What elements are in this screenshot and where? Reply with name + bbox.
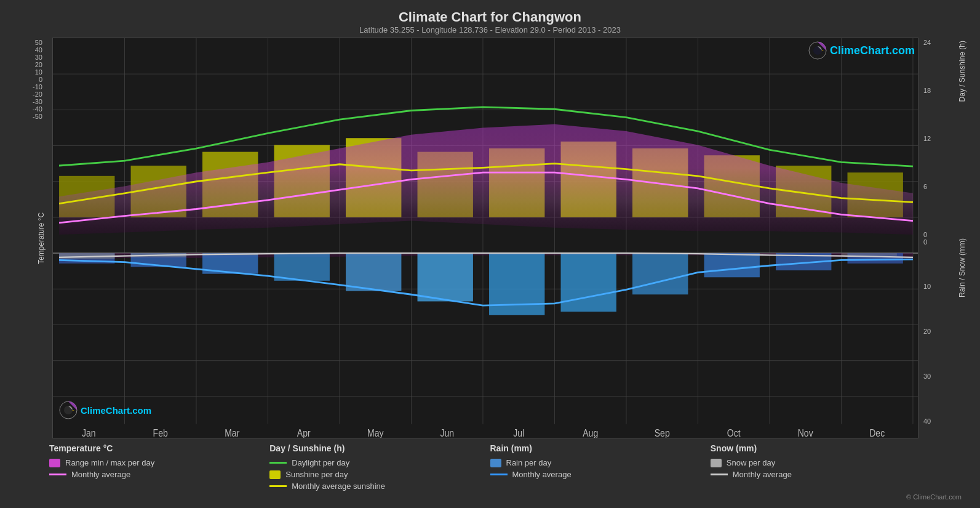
snow-avg-line	[711, 474, 728, 475]
sunshine-avg-line	[269, 485, 287, 487]
chart-title: Climate Chart for Changwon	[12, 9, 968, 25]
legend-item-temp-avg: Monthly average	[49, 470, 269, 479]
svg-rect-47	[632, 253, 688, 294]
legend-col-rain: Rain (mm) Rain per day Monthly average	[490, 443, 711, 491]
logo-bottomleft: ClimeChart.com	[59, 401, 151, 419]
svg-text:Jun: Jun	[440, 428, 454, 438]
legend-label-temp-avg: Monthly average	[71, 470, 130, 479]
logo-text-bottom: ClimeChart.com	[81, 405, 151, 416]
legend-label-rain: Rain per day	[506, 458, 552, 467]
legend-label-sunshine: Sunshine per day	[285, 470, 348, 479]
legend-title-rain: Rain (mm)	[490, 443, 711, 453]
daylight-line	[269, 462, 287, 464]
temp-avg-line	[49, 474, 66, 475]
legend-area: Temperature °C Range min / max per day M…	[12, 438, 968, 493]
svg-rect-48	[704, 253, 760, 277]
legend-title-snow: Snow (mm)	[711, 443, 931, 453]
legend-item-sunshine: Sunshine per day	[269, 470, 490, 479]
chart-subtitle: Latitude 35.255 - Longitude 128.736 - El…	[12, 25, 968, 34]
logo-text-top: ClimeChart.com	[830, 44, 915, 57]
svg-marker-37	[59, 124, 913, 235]
legend-item-snow: Snow per day	[711, 458, 931, 467]
svg-text:Jan: Jan	[82, 428, 96, 438]
legend-item-rain: Rain per day	[490, 458, 711, 467]
logo-icon-top	[808, 41, 827, 60]
legend-col-temperature: Temperature °C Range min / max per day M…	[49, 443, 269, 491]
legend-label-snow-avg: Monthly average	[733, 470, 792, 479]
sunshine-swatch	[269, 470, 281, 479]
svg-text:Nov: Nov	[798, 428, 814, 438]
chart-inner: Jan Feb Mar Apr May Jun Jul Aug Sep Oct …	[52, 38, 918, 438]
logo-icon-bottom	[59, 401, 78, 419]
copyright: © ClimeChart.com	[12, 493, 968, 502]
legend-title-sunshine: Day / Sunshine (h)	[269, 443, 490, 453]
legend-item-sunshine-avg: Monthly average sunshine	[269, 482, 490, 491]
legend-label-temp-range: Range min / max per day	[65, 458, 154, 467]
legend-label-snow: Snow per day	[727, 458, 776, 467]
svg-text:Apr: Apr	[297, 428, 311, 438]
svg-text:Sep: Sep	[655, 428, 670, 438]
temp-range-swatch	[49, 459, 60, 467]
legend-item-temp-range: Range min / max per day	[49, 458, 269, 467]
rain-swatch	[490, 459, 501, 467]
legend-item-daylight: Daylight per day	[269, 458, 490, 467]
legend-title-temperature: Temperature °C	[49, 443, 269, 453]
svg-rect-46	[561, 253, 616, 312]
legend-label-rain-avg: Monthly average	[512, 470, 572, 479]
chart-area-wrapper: Temperature °C 50 40 30 20 10 0 -10 -20 …	[12, 38, 968, 438]
rain-avg-line	[490, 474, 508, 475]
legend-col-snow: Snow (mm) Snow per day Monthly average	[711, 443, 931, 491]
svg-text:Aug: Aug	[583, 428, 598, 438]
svg-rect-44	[418, 253, 473, 301]
legend-label-daylight: Daylight per day	[292, 458, 349, 467]
svg-text:Mar: Mar	[225, 428, 239, 438]
legend-item-snow-avg: Monthly average	[711, 470, 931, 479]
legend-label-sunshine-avg: Monthly average sunshine	[292, 482, 385, 491]
y-axis-left: 50 40 30 20 10 0 -10 -20 -30 -40 -50	[12, 38, 46, 134]
snow-swatch	[711, 459, 722, 467]
svg-text:May: May	[367, 428, 384, 438]
chart-svg: Jan Feb Mar Apr May Jun Jul Aug Sep Oct …	[53, 38, 918, 438]
logo-topright: ClimeChart.com	[808, 41, 915, 60]
svg-text:Jul: Jul	[513, 428, 524, 438]
legend-col-sunshine: Day / Sunshine (h) Daylight per day Suns…	[269, 443, 490, 491]
svg-text:Oct: Oct	[727, 428, 741, 438]
page-wrapper: Climate Chart for Changwon Latitude 35.2…	[0, 0, 980, 508]
y-axis-right-bottom-label: Rain / Snow (mm)	[958, 238, 966, 297]
svg-text:Dec: Dec	[869, 428, 885, 438]
svg-rect-43	[346, 253, 401, 291]
y-axis-left-label: Temperature °C	[37, 212, 46, 264]
svg-text:Feb: Feb	[153, 428, 168, 438]
svg-rect-42	[274, 253, 330, 281]
y-axis-right-top-label: Day / Sunshine (h)	[958, 41, 966, 102]
legend-item-rain-avg: Monthly average	[490, 470, 711, 479]
